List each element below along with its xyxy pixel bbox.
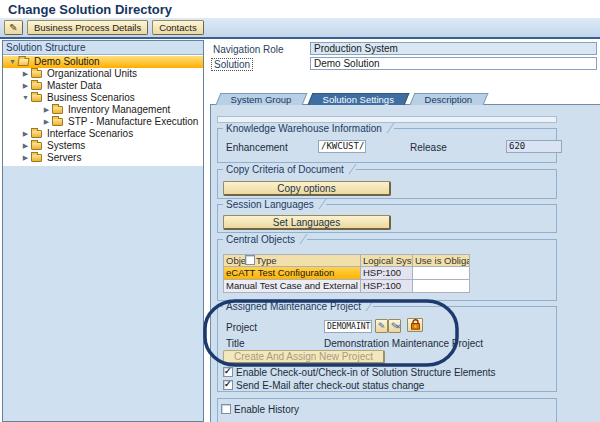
session-languages-group: Session Languages Set Languages [217, 204, 557, 233]
history-group: Enable History [217, 398, 557, 422]
logical-system-cell[interactable]: HSP:100 [361, 280, 413, 293]
business-process-details-button[interactable]: Business Process Details [27, 20, 148, 35]
column-header-object-type[interactable]: Object Type [223, 254, 361, 267]
enable-checkout-label: Enable Check-out/Check-in of Solution St… [236, 367, 496, 378]
page-title: Change Solution Directory [8, 2, 172, 17]
tab-solution-settings[interactable]: Solution Settings [307, 93, 409, 105]
logical-system-cell[interactable]: HSP:100 [361, 267, 413, 280]
expander-icon[interactable]: ▶ [20, 152, 31, 164]
release-label: Release [410, 142, 447, 153]
expander-icon[interactable]: ▼ [20, 92, 31, 104]
tab-system-group[interactable]: System Group [216, 93, 308, 105]
table-row[interactable]: eCATT Test Configuration HSP:100 [223, 267, 470, 280]
column-header-use-is-obligatory[interactable]: Use is Obligatory [413, 254, 470, 267]
tree-item-business-scenarios[interactable]: ▼ Business Scenarios [3, 92, 203, 104]
expander-icon[interactable]: ▶ [41, 104, 52, 116]
tree-item-master-data[interactable]: ▶ Master Data [3, 80, 203, 92]
obligatory-cell [413, 267, 470, 280]
solution-structure-panel: Solution Structure ▼ Demo Solution ▶ Org… [2, 40, 204, 422]
solution-tree: ▼ Demo Solution ▶ Organizational Units ▶… [3, 55, 203, 166]
navigation-role-label: Navigation Role [213, 44, 284, 55]
pencil-icon: ✎ [9, 22, 17, 33]
tab-strip: System Group Solution Settings Descripti… [218, 93, 491, 105]
tree-item-servers[interactable]: ▶ Servers [3, 152, 203, 164]
object-type-cell[interactable]: Manual Test Case and External Applicatio… [223, 280, 361, 293]
expander-icon[interactable]: ▶ [20, 80, 31, 92]
copy-options-button[interactable]: Copy options [223, 181, 391, 196]
contacts-button[interactable]: Contacts [152, 20, 204, 35]
folder-icon [52, 106, 63, 114]
group-title: Central Objects [223, 234, 307, 245]
tree-item-interface-scenarios[interactable]: ▶ Interface Scenarios [3, 128, 203, 140]
table-header-row: Object Type Logical System Use is Obliga… [223, 254, 470, 267]
set-languages-button[interactable]: Set Languages [223, 215, 391, 230]
enhancement-field[interactable]: /KWCUST/ [318, 140, 366, 153]
lock-icon[interactable] [407, 318, 423, 332]
assigned-maintenance-project-group: Assigned Maintenance Project Project DEM… [217, 306, 557, 392]
central-objects-group: Central Objects Object Type Logical Syst… [217, 239, 557, 301]
release-field[interactable]: 620 [506, 140, 562, 153]
enable-checkout-checkbox[interactable]: ✓ [223, 367, 233, 377]
group-title: Knowledge Warehouse Information [223, 123, 394, 134]
folder-icon [31, 154, 42, 162]
solution-settings-tab-content: Knowledge Warehouse Information Enhancem… [210, 104, 600, 422]
object-type-cell[interactable]: eCATT Test Configuration [223, 267, 361, 280]
knowledge-warehouse-group: Knowledge Warehouse Information Enhancem… [217, 128, 557, 163]
tree-item-systems[interactable]: ▶ Systems [3, 140, 203, 152]
group-title: Copy Criteria of Document [223, 164, 356, 175]
expander-icon[interactable]: ▼ [7, 56, 18, 68]
expander-icon[interactable]: ▶ [20, 68, 31, 80]
folder-icon [31, 70, 42, 78]
tree-item-stp-manufacture-execution[interactable]: ▶ STP - Manufacture Execution [3, 116, 203, 128]
group-title: Assigned Maintenance Project [223, 301, 373, 312]
folder-icon [31, 142, 42, 150]
send-email-checkbox[interactable]: ✓ [223, 380, 233, 390]
message-strip [217, 116, 557, 123]
expander-icon[interactable]: ▶ [41, 116, 52, 128]
obligatory-cell [413, 280, 470, 293]
column-header-logical-system[interactable]: Logical System [361, 254, 413, 267]
folder-icon [52, 118, 63, 126]
tree-item-organizational-units[interactable]: ▶ Organizational Units [3, 68, 203, 80]
expander-icon[interactable]: ▶ [20, 128, 31, 140]
folder-open-icon [17, 58, 29, 66]
table-row[interactable]: Manual Test Case and External Applicatio… [223, 280, 470, 293]
send-email-label: Send E-Mail after check-out status chang… [236, 380, 424, 391]
tree-panel-header: Solution Structure [3, 41, 203, 55]
navigation-role-field[interactable]: Production System [310, 42, 597, 55]
project-label: Project [226, 322, 257, 333]
enable-history-label: Enable History [234, 404, 299, 415]
tree-item-inventory-management[interactable]: ▶ Inventory Management [3, 104, 203, 116]
enable-history-checkbox[interactable] [221, 404, 231, 414]
display-change-icon[interactable]: ✎ [4, 20, 23, 35]
project-field[interactable]: DEMOMAINTP [324, 320, 372, 333]
solution-label: Solution [211, 58, 253, 71]
assign-project-pencil-icon[interactable]: ✎ [375, 319, 388, 333]
expander-icon[interactable]: ▶ [20, 140, 31, 152]
copy-criteria-group: Copy Criteria of Document Copy options [217, 169, 557, 199]
folder-icon [31, 82, 42, 90]
toolbar-separator [0, 37, 600, 39]
application-toolbar: ✎ Business Process Details Contacts [0, 18, 600, 37]
title-label: Title [226, 338, 245, 349]
maintenance-project-title-value: Demonstration Maintenance Project [324, 338, 483, 349]
unassign-project-pencil-cross-icon[interactable]: ✎✕ [388, 319, 401, 333]
tree-item-demo-solution[interactable]: ▼ Demo Solution [3, 56, 203, 68]
enhancement-label: Enhancement [226, 142, 288, 153]
tab-description[interactable]: Description [410, 93, 488, 105]
central-objects-table: Object Type Logical System Use is Obliga… [223, 254, 470, 293]
folder-icon [31, 130, 42, 138]
group-title: Session Languages [223, 199, 326, 210]
solution-field[interactable]: Demo Solution [310, 57, 597, 70]
create-and-assign-new-project-button[interactable]: Create And Assign New Project [223, 350, 385, 364]
folder-icon [31, 94, 42, 102]
